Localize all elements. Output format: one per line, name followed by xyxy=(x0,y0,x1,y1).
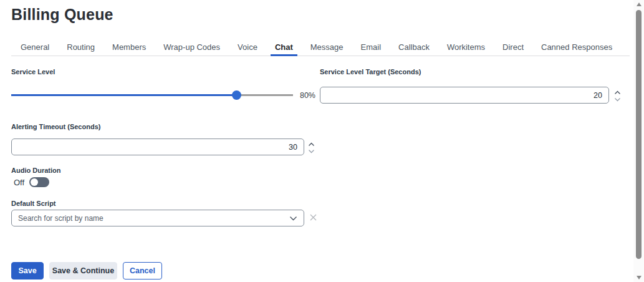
clear-script-button[interactable] xyxy=(307,210,319,226)
stepper-down-button[interactable] xyxy=(613,95,622,102)
scroll-down-button[interactable] xyxy=(633,273,644,282)
chevron-down-icon xyxy=(286,216,304,221)
default-script-label: Default Script xyxy=(11,200,56,207)
tab-routing[interactable]: Routing xyxy=(67,39,95,56)
default-script-select[interactable]: Search for script by name xyxy=(11,210,304,226)
audio-duration-toggle[interactable] xyxy=(29,177,49,187)
service-level-slider[interactable] xyxy=(11,90,293,100)
stepper-down-button[interactable] xyxy=(307,147,315,153)
scroll-up-button[interactable] xyxy=(633,0,644,9)
tab-canned-responses[interactable]: Canned Responses xyxy=(541,39,612,56)
tab-wrap-up-codes[interactable]: Wrap-up Codes xyxy=(163,39,220,56)
tab-bar: General Routing Members Wrap-up Codes Vo… xyxy=(11,39,630,56)
slider-thumb[interactable] xyxy=(232,90,241,100)
triangle-down-icon xyxy=(637,276,642,280)
service-level-label: Service Level xyxy=(11,68,55,75)
toggle-state-text: Off xyxy=(14,178,24,187)
tab-workitems[interactable]: Workitems xyxy=(447,39,485,56)
service-level-target-input[interactable] xyxy=(320,87,609,104)
tab-chat[interactable]: Chat xyxy=(275,39,293,56)
save-and-continue-button[interactable]: Save & Continue xyxy=(49,262,117,280)
chevron-down-icon xyxy=(614,94,621,104)
tab-callback[interactable]: Callback xyxy=(398,39,430,56)
queue-settings-page: Billing Queue General Routing Members Wr… xyxy=(0,0,644,282)
audio-duration-toggle-row: Off xyxy=(14,177,49,187)
save-button[interactable]: Save xyxy=(11,262,44,280)
chevron-down-icon xyxy=(308,146,315,155)
slider-fill xyxy=(11,94,237,96)
toggle-knob-icon xyxy=(31,178,38,186)
tab-general[interactable]: General xyxy=(21,39,49,56)
select-placeholder-text: Search for script by name xyxy=(12,214,286,223)
tab-direct[interactable]: Direct xyxy=(502,39,524,56)
service-level-target-stepper xyxy=(613,87,622,104)
alerting-timeout-input[interactable] xyxy=(11,139,304,155)
scrollbar xyxy=(633,0,644,282)
tab-email[interactable]: Email xyxy=(361,39,382,56)
alerting-timeout-stepper xyxy=(307,139,315,155)
scroll-thumb[interactable] xyxy=(636,10,642,259)
tab-message[interactable]: Message xyxy=(310,39,344,56)
cancel-button[interactable]: Cancel xyxy=(123,262,162,280)
audio-duration-label: Audio Duration xyxy=(11,167,60,174)
service-level-target-label: Service Level Target (Seconds) xyxy=(320,68,421,75)
alerting-timeout-label: Alerting Timeout (Seconds) xyxy=(11,123,100,130)
x-icon xyxy=(309,213,317,223)
page-title: Billing Queue xyxy=(11,6,113,24)
tab-members[interactable]: Members xyxy=(112,39,146,56)
service-level-value: 80% xyxy=(292,91,315,100)
triangle-up-icon xyxy=(637,2,642,6)
tab-voice[interactable]: Voice xyxy=(238,39,257,56)
